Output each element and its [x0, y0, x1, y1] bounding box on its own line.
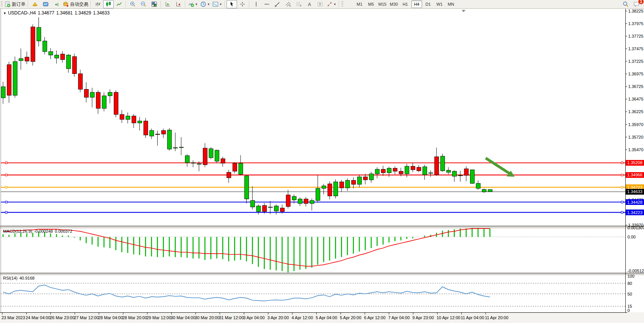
toolbar-arrows-button[interactable]: ▼: [325, 0, 338, 8]
candle-body-bull: [268, 207, 273, 207]
candle-body-bear: [132, 116, 136, 123]
timeframe-m15-button[interactable]: M15: [377, 0, 388, 8]
time-tick-label: 30 Mar 04:00: [171, 315, 196, 320]
candle-body-bear: [262, 205, 266, 211]
candle-body-bear: [114, 92, 118, 114]
toolbar-grip[interactable]: [1, 1, 3, 7]
toolbar-trendline-button[interactable]: [272, 0, 283, 8]
toolbar-bar-chart-button[interactable]: [92, 0, 103, 8]
candle-body-bear: [84, 89, 88, 97]
hline-pivot-orange-handle[interactable]: [621, 186, 623, 188]
candle-body-bull: [102, 96, 106, 109]
toolbar-signals-button[interactable]: [51, 0, 62, 8]
toolbar-templates-button[interactable]: ▼: [211, 0, 223, 8]
chevron-down-icon[interactable]: ▼: [3, 11, 6, 15]
panel-splitter[interactable]: [0, 226, 644, 228]
toolbar-text-button[interactable]: A: [304, 0, 315, 8]
timeframe-m30-button[interactable]: M30: [389, 0, 399, 8]
toolbar-indicators-button[interactable]: ▼: [187, 0, 199, 8]
new-order-icon: [5, 1, 11, 7]
time-tick-label: 5 Apr 20:00: [340, 315, 361, 320]
candle-body-bull: [257, 206, 261, 212]
low-value: 1.34629: [75, 10, 91, 16]
hline-support-2-handle[interactable]: [621, 211, 623, 213]
toolbar-grip[interactable]: [341, 1, 343, 7]
time-tick-label: 26 Mar 23:00: [50, 315, 75, 320]
toolbar-tile-windows-button[interactable]: [149, 0, 159, 8]
toolbar-new-order-button[interactable]: 新订单: [3, 0, 27, 8]
hat-icon: [32, 1, 38, 7]
timeframe-m5-button[interactable]: M5: [366, 0, 376, 8]
toolbar-vertical-line-button[interactable]: [251, 0, 261, 8]
trend-icon: [274, 1, 281, 7]
candle-body-bull: [37, 27, 41, 41]
candle-body-bull: [250, 200, 255, 207]
toolbar-crosshair-button[interactable]: [237, 0, 248, 8]
candle-body-bear: [363, 177, 368, 180]
chevron-down-icon[interactable]: ▼: [195, 3, 198, 6]
candle-body-bull: [375, 169, 379, 174]
time-tick-label: 5 Apr 04:00: [316, 315, 337, 320]
toolbar-line-chart-button[interactable]: [114, 0, 124, 8]
macd-signal-value: 0.000372: [55, 229, 72, 233]
template-icon: [212, 1, 218, 7]
toolbar-auto-scroll-button[interactable]: [163, 0, 173, 8]
candle-body-bull: [197, 164, 201, 164]
candle-body-bear: [156, 134, 160, 134]
toolbar-market-watch-button[interactable]: [30, 0, 40, 8]
time-tick-label: 7 Apr 04:00: [388, 315, 410, 320]
vline-icon: [253, 1, 259, 7]
timeframe-w1-button[interactable]: W1: [434, 0, 445, 8]
timeframe-m1-button[interactable]: M1: [354, 0, 365, 8]
timeframe-d1-button[interactable]: D1: [423, 0, 434, 8]
hline-pivot-orange-handle[interactable]: [5, 186, 7, 188]
time-tick-label: 28 Mar 20:00: [123, 315, 147, 320]
time-tick-label: 9 Apr 23:00: [413, 315, 434, 320]
hline-support-1-handle[interactable]: [5, 201, 7, 203]
chevron-down-icon[interactable]: ▼: [219, 3, 222, 6]
toolbar-periods-button[interactable]: ▼: [199, 0, 211, 8]
timeframe-mn-button[interactable]: MN: [446, 0, 456, 8]
time-tick-label: 27 Mar 12:00: [74, 315, 99, 320]
bars-icon: [95, 1, 101, 7]
toolbar-auto-trading-button[interactable]: 自动交易: [62, 0, 89, 8]
chevron-down-icon[interactable]: ▼: [207, 3, 210, 6]
tile-icon: [151, 1, 157, 7]
toolbar-equidistant-channel-button[interactable]: E: [283, 0, 293, 8]
toolbar-fibonacci-retracement-button[interactable]: F: [293, 0, 304, 8]
hline-resistance-2-handle[interactable]: [621, 174, 623, 176]
candle-body-bull: [440, 156, 445, 171]
candle-body-bull: [191, 163, 195, 163]
candle-body-bull: [458, 175, 462, 176]
rsi-name: RSI(14): [3, 276, 18, 280]
toolbar-notifications-button[interactable]: 1: [631, 0, 642, 8]
svg-text:A: A: [308, 2, 311, 7]
toolbar-text-label-button[interactable]: T: [315, 0, 325, 8]
timeframe-h4-button[interactable]: H4: [411, 0, 422, 8]
toolbar-chart-shift-button[interactable]: [173, 0, 184, 8]
price-tick-label: 1.35470: [628, 147, 644, 152]
chevron-down-icon[interactable]: ▼: [333, 3, 336, 6]
toolbar-zoom-in-button[interactable]: [128, 0, 138, 8]
toolbar-separator: [249, 1, 250, 8]
candle-body-bear: [435, 157, 439, 175]
toolbar-horizontal-line-button[interactable]: [261, 0, 272, 8]
price-badge-resistance-1: 1.35208: [626, 160, 644, 166]
hline-support-1-handle[interactable]: [621, 201, 623, 203]
hline-support-2-handle[interactable]: [5, 211, 7, 213]
time-tick-label: 11 Apr 04:00: [461, 315, 485, 320]
timeframe-h1-button[interactable]: H1: [400, 0, 411, 8]
candle-body-bull: [334, 182, 338, 196]
hline-resistance-1-handle[interactable]: [621, 162, 623, 164]
hline-resistance-2-handle[interactable]: [5, 174, 7, 176]
toolbar-zoom-out-button[interactable]: [138, 0, 149, 8]
toolbar-candlestick-chart-button[interactable]: [103, 0, 114, 8]
toolbar-cursor-button[interactable]: [226, 0, 237, 8]
close-value: 1.34633: [93, 10, 109, 16]
toolbar-separator: [91, 1, 91, 8]
time-tick-label: 23 Mar 2023: [2, 315, 25, 320]
hline-resistance-1-handle[interactable]: [5, 162, 7, 164]
panel-splitter[interactable]: [0, 273, 644, 275]
toolbar-charts-button[interactable]: [40, 0, 51, 8]
toolbar-search-button[interactable]: [620, 0, 631, 8]
